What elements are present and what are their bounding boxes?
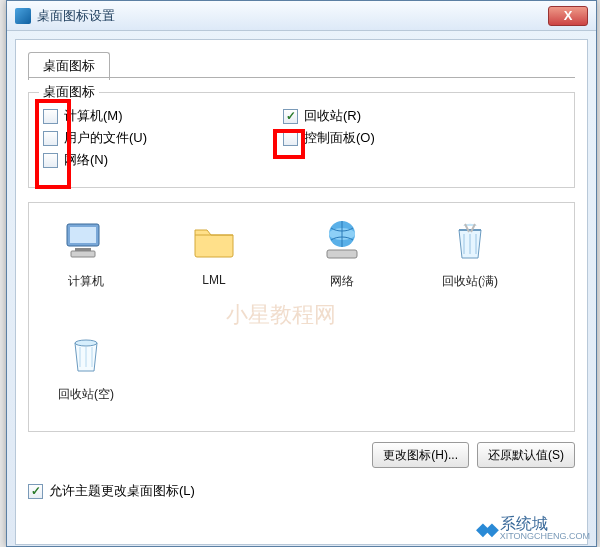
checkbox-icon <box>43 131 58 146</box>
dialog-window: 桌面图标设置 X 桌面图标 桌面图标 计算机(M) 回收站(R) <box>6 0 597 547</box>
checkbox-icon <box>283 109 298 124</box>
checkbox-icon <box>43 109 58 124</box>
check-recyclebin[interactable]: 回收站(R) <box>283 107 483 125</box>
icon-preview-panel: 计算机 LML <box>28 202 575 432</box>
network-icon <box>316 215 368 267</box>
check-label: 网络(N) <box>64 151 108 169</box>
tab-desktop-icons[interactable]: 桌面图标 <box>28 52 110 80</box>
icon-computer[interactable]: 计算机 <box>41 215 131 290</box>
svg-rect-3 <box>71 251 95 257</box>
check-label: 允许主题更改桌面图标(L) <box>49 482 195 500</box>
restore-default-button[interactable]: 还原默认值(S) <box>477 442 575 468</box>
desktop-icons-group: 桌面图标 计算机(M) 回收站(R) 用户的文件(U) 控制 <box>28 92 575 188</box>
check-label: 回收站(R) <box>304 107 361 125</box>
icon-label: 回收站(空) <box>41 386 131 403</box>
recycle-full-icon <box>444 215 496 267</box>
dialog-content: 桌面图标 桌面图标 计算机(M) 回收站(R) 用户的文件(U) <box>15 39 588 545</box>
app-icon <box>15 8 31 24</box>
icon-label: 计算机 <box>41 273 131 290</box>
icon-label: LML <box>169 273 259 287</box>
tab-underline <box>28 77 575 78</box>
checkbox-icon <box>283 131 298 146</box>
icon-recycle-full[interactable]: 回收站(满) <box>425 215 515 290</box>
check-user-files[interactable]: 用户的文件(U) <box>43 129 243 147</box>
diamond-icon <box>476 518 494 540</box>
titlebar: 桌面图标设置 X <box>7 1 596 31</box>
allow-theme-checkbox[interactable]: 允许主题更改桌面图标(L) <box>28 482 575 500</box>
computer-icon <box>60 215 112 267</box>
icon-label: 网络 <box>297 273 387 290</box>
check-label: 用户的文件(U) <box>64 129 147 147</box>
check-label: 计算机(M) <box>64 107 123 125</box>
check-label: 控制面板(O) <box>304 129 375 147</box>
watermark-text: 系统城 <box>500 516 590 532</box>
check-control-panel[interactable]: 控制面板(O) <box>283 129 483 147</box>
group-legend: 桌面图标 <box>39 83 99 101</box>
svg-point-6 <box>75 340 97 346</box>
icon-recycle-empty[interactable]: 回收站(空) <box>41 328 131 403</box>
checkbox-icon <box>43 153 58 168</box>
tab-strip: 桌面图标 <box>28 48 575 78</box>
watermark-corner: 系统城 XITONGCHENG.COM <box>476 516 590 541</box>
check-network[interactable]: 网络(N) <box>43 151 243 169</box>
icon-label: 回收站(满) <box>425 273 515 290</box>
window-title: 桌面图标设置 <box>37 7 115 25</box>
watermark-url: XITONGCHENG.COM <box>500 532 590 541</box>
svg-rect-5 <box>327 250 357 258</box>
checkbox-icon <box>28 484 43 499</box>
folder-icon <box>188 215 240 267</box>
check-computer[interactable]: 计算机(M) <box>43 107 243 125</box>
change-icon-button[interactable]: 更改图标(H)... <box>372 442 469 468</box>
icon-network[interactable]: 网络 <box>297 215 387 290</box>
button-row: 更改图标(H)... 还原默认值(S) <box>28 442 575 468</box>
icon-folder[interactable]: LML <box>169 215 259 290</box>
svg-rect-1 <box>70 227 96 243</box>
recycle-empty-icon <box>60 328 112 380</box>
close-button[interactable]: X <box>548 6 588 26</box>
